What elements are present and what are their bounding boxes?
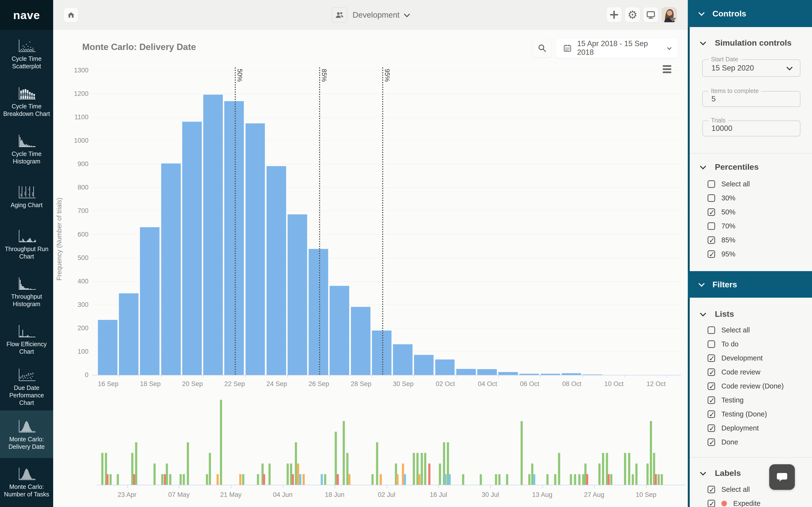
histogram-bar-09-oct[interactable] <box>582 375 603 375</box>
filters-header[interactable]: Filters <box>688 271 812 298</box>
histogram-bar-30-sep[interactable] <box>393 344 413 375</box>
sidebar-item-cycle-time-breakdown-chart[interactable]: Cycle Time Breakdown Chart <box>0 77 53 125</box>
mini-chart-bar[interactable] <box>106 474 108 485</box>
checkbox-unchecked[interactable] <box>708 222 715 230</box>
mini-chart-bar[interactable] <box>632 474 634 485</box>
checkbox-checked[interactable] <box>708 382 715 390</box>
sidebar-item-monte-carlo-delivery-date[interactable]: Monte Carlo: Delivery Date <box>0 410 53 458</box>
mini-chart-bar[interactable] <box>299 474 301 485</box>
mini-chart-bar[interactable] <box>610 474 612 485</box>
percentile-option-select-all[interactable]: Select all <box>708 180 750 188</box>
mini-chart-bar[interactable] <box>169 474 171 485</box>
checkbox-unchecked[interactable] <box>708 194 715 202</box>
mini-chart-bar[interactable] <box>268 463 271 485</box>
checkbox-checked[interactable] <box>708 208 715 216</box>
checkbox-checked[interactable] <box>708 425 715 432</box>
sidebar-item-due-date-performance-chart[interactable]: Due Date Performance Chart <box>0 363 53 410</box>
checkbox-checked[interactable] <box>708 354 715 362</box>
mini-chart-bar[interactable] <box>413 453 415 485</box>
checkbox-checked[interactable] <box>708 396 715 404</box>
mini-chart-bar[interactable] <box>206 474 208 485</box>
mini-chart-bar[interactable] <box>498 474 501 485</box>
histogram-bar-16-sep[interactable] <box>98 320 118 375</box>
mini-chart-bar[interactable] <box>257 474 259 485</box>
histogram-bar-17-sep[interactable] <box>119 293 139 375</box>
mini-chart-bar[interactable] <box>292 474 294 485</box>
mini-chart-bar[interactable] <box>166 463 168 485</box>
histogram-bar-27-sep[interactable] <box>329 286 349 375</box>
mini-chart-bar[interactable] <box>449 474 451 485</box>
mini-chart-bar[interactable] <box>582 474 585 485</box>
mini-chart-bar[interactable] <box>520 421 523 485</box>
histogram-bar-18-sep[interactable] <box>140 227 160 375</box>
checkbox-checked[interactable] <box>708 500 715 507</box>
mini-chart-bar[interactable] <box>418 474 420 485</box>
histogram-bar-22-sep[interactable] <box>224 101 244 375</box>
mini-chart-bar[interactable] <box>396 474 399 485</box>
mini-chart-bar[interactable] <box>303 474 305 485</box>
mini-chart-bar[interactable] <box>379 474 382 485</box>
list-option-testing[interactable]: Testing <box>708 396 744 404</box>
mini-chart-bar[interactable] <box>495 474 497 485</box>
percentile-option-95[interactable]: 95% <box>708 250 735 258</box>
histogram-bar-25-sep[interactable] <box>287 214 307 375</box>
histogram-bar-21-sep[interactable] <box>203 95 223 375</box>
mini-chart-bar[interactable] <box>598 463 601 485</box>
mini-chart-bar[interactable] <box>506 474 508 485</box>
settings-button[interactable]: ⚙ <box>625 7 640 22</box>
mini-chart-bar[interactable] <box>161 474 163 485</box>
mini-chart-bar[interactable] <box>570 474 572 485</box>
checkbox-checked[interactable] <box>708 410 715 418</box>
mini-chart-bar[interactable] <box>216 474 219 485</box>
label-option-select-all[interactable]: Select all <box>708 485 750 494</box>
sidebar-item-monte-carlo-number-of-tasks[interactable]: Monte Carlo: Number of Tasks <box>0 458 53 506</box>
add-button[interactable] <box>607 7 621 22</box>
sidebar-item-throughput-run-chart[interactable]: Throughput Run Chart <box>0 220 53 268</box>
list-option-development[interactable]: Development <box>708 354 763 362</box>
mini-chart-bar[interactable] <box>404 474 406 485</box>
mini-chart-bar[interactable] <box>209 453 211 485</box>
checkbox-checked[interactable] <box>708 486 715 493</box>
mini-chart-bar[interactable] <box>343 421 345 485</box>
mini-chart-bar[interactable] <box>321 474 323 485</box>
mini-chart-bar[interactable] <box>650 421 652 485</box>
histogram-bar-08-oct[interactable] <box>561 373 581 375</box>
mini-chart-bar[interactable] <box>109 474 112 485</box>
list-option-done[interactable]: Done <box>708 438 738 446</box>
list-option-select-all[interactable]: Select all <box>708 326 750 334</box>
mini-chart-bar[interactable] <box>295 442 297 485</box>
mini-chart-bar[interactable] <box>135 442 137 485</box>
mini-chart-bar[interactable] <box>546 474 549 485</box>
lists-header[interactable]: Lists <box>701 309 734 319</box>
mini-chart-bar[interactable] <box>324 474 326 485</box>
histogram-bar-03-oct[interactable] <box>456 369 476 375</box>
items-to-complete-field[interactable]: Items to complete5 <box>702 91 800 107</box>
mini-chart-bar[interactable] <box>117 474 119 485</box>
histogram-bar-01-oct[interactable] <box>414 355 434 375</box>
mini-chart-bar[interactable] <box>578 474 580 485</box>
checkbox-checked[interactable] <box>708 369 715 376</box>
mini-chart-bar[interactable] <box>371 474 373 485</box>
histogram-bar-23-sep[interactable] <box>245 123 265 375</box>
start-date-field[interactable]: Start Date15 Sep 2020 <box>702 59 800 77</box>
histogram-bar-02-oct[interactable] <box>435 359 455 375</box>
mini-chart-bar[interactable] <box>574 474 576 485</box>
mini-chart-bar[interactable] <box>533 474 535 485</box>
mini-chart-bar[interactable] <box>297 463 299 485</box>
checkbox-checked[interactable] <box>708 439 715 446</box>
mini-chart-bar[interactable] <box>661 474 663 485</box>
mini-chart-bar[interactable] <box>187 442 189 485</box>
list-option-code-review[interactable]: Code review <box>708 368 760 376</box>
percentile-option-85[interactable]: 85% <box>708 236 735 244</box>
mini-chart-bar[interactable] <box>602 453 604 485</box>
percentiles-header[interactable]: Percentiles <box>701 162 759 172</box>
label-option-expedite[interactable]: Expedite <box>708 499 761 507</box>
mini-chart-bar[interactable] <box>337 474 339 485</box>
nave-logo[interactable]: nave <box>0 0 53 30</box>
mini-chart-bar[interactable] <box>263 474 265 485</box>
mini-chart-bar[interactable] <box>428 463 430 485</box>
mini-chart-bar[interactable] <box>480 474 482 485</box>
mini-chart-bar[interactable] <box>180 474 182 485</box>
mini-chart-bar[interactable] <box>239 474 242 485</box>
board-switcher[interactable]: Development <box>332 0 409 30</box>
